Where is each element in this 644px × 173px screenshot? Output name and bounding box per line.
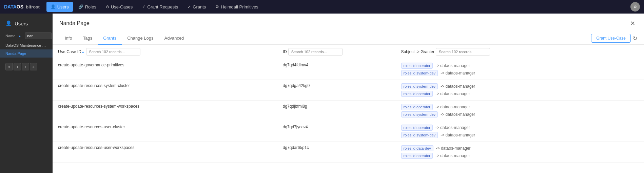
role-tag: roles:id:system-dev xyxy=(401,70,438,76)
cell-subject-granter: roles:id:operator-> dataos-managerroles:… xyxy=(396,59,644,80)
grants-table-container: Use-Case ID ▲ ID xyxy=(53,45,644,173)
sidebar-pagination: « ‹ › » xyxy=(0,60,53,73)
cell-id: dg7qd4fdlmv4 xyxy=(277,59,396,80)
pagination-prev[interactable]: ‹ xyxy=(14,63,21,70)
cell-id: dg7qd7jycav4 xyxy=(277,121,396,142)
sidebar-list: DataOS Maintenance Ma Nanda Page xyxy=(0,41,53,58)
role-tag: roles:id:system-dev xyxy=(401,111,438,117)
nav-item-roles[interactable]: 🔗 Roles xyxy=(74,2,100,12)
role-tag: roles:id:operator xyxy=(401,91,433,97)
nav-label-grant-requests: Grant Requests xyxy=(147,4,178,9)
col-use-case-id: Use-Case ID ▲ xyxy=(53,45,277,59)
role-tag: roles:id:system-dev xyxy=(401,83,438,89)
filter-name-label: Name xyxy=(5,34,15,38)
user-avatar[interactable]: ⚙ xyxy=(630,2,640,12)
cell-use-case-id: create-update-resources-user-cluster xyxy=(53,121,277,142)
cell-use-case-id: create-update-resources-system-workspace… xyxy=(53,101,277,121)
use-cases-icon: ⊙ xyxy=(106,4,109,9)
granter-text: -> dataos-manager xyxy=(435,91,470,96)
subject-search[interactable] xyxy=(436,48,490,56)
sidebar-users-icon: 👤 xyxy=(5,20,12,26)
sort-asc-icon: ▲ xyxy=(81,50,85,54)
cell-use-case-id: create-update-resources-system-cluster xyxy=(53,80,277,101)
granter-text: -> dataos-manager xyxy=(441,71,475,75)
subject-row: roles:id:system-dev-> dataos-manager xyxy=(401,132,639,138)
table-row: create-update-resources-user-workspacesd… xyxy=(53,142,644,163)
role-tag: roles:id:data-dev xyxy=(401,145,433,151)
nav-label-roles: Roles xyxy=(85,4,96,9)
pagination-first[interactable]: « xyxy=(5,63,13,70)
nav-label-heimdall: Heimdall Primitives xyxy=(221,4,258,9)
granter-text: -> dataos-manager xyxy=(441,112,475,117)
tabs-row: Info Tags Grants Change Logs Advanced Gr… xyxy=(53,32,644,45)
cell-subject-granter: roles:id:system-dev-> dataos-managerrole… xyxy=(396,80,644,101)
granter-text: -> dataos-manager xyxy=(441,84,475,89)
nav-item-use-cases[interactable]: ⊙ Use-Cases xyxy=(102,2,137,12)
cell-id: dg7qdga42kg0 xyxy=(277,80,396,101)
nav-item-users[interactable]: 👤 Users xyxy=(46,2,73,12)
nav-label-grants: Grants xyxy=(193,4,206,9)
cell-id: dg7qdar65p1c xyxy=(277,142,396,163)
subject-row: roles:id:data-dev-> dataos-manager xyxy=(401,145,639,151)
pagination-last[interactable]: » xyxy=(30,63,37,70)
main-layout: 👤 Users Name ▲ DataOS Maintenance Ma Nan… xyxy=(0,14,644,173)
sidebar-title: 👤 Users xyxy=(0,18,53,30)
role-tag: roles:id:system-dev xyxy=(401,132,438,138)
cell-use-case-id: create-update-governance-primitives xyxy=(53,59,277,80)
sidebar-item-nanda[interactable]: Nanda Page xyxy=(0,49,53,58)
grant-use-case-button[interactable]: Grant Use-Case xyxy=(591,34,631,43)
cell-subject-granter: roles:id:data-dev-> dataos-managerroles:… xyxy=(396,142,644,163)
grants-table: Use-Case ID ▲ ID xyxy=(53,45,644,163)
nav-item-grant-requests[interactable]: ✓ Grant Requests xyxy=(138,2,182,12)
granter-text: -> dataos-manager xyxy=(435,63,470,68)
use-case-id-search[interactable] xyxy=(86,48,140,56)
tab-info[interactable]: Info xyxy=(59,32,78,45)
modal-title: Nanda Page xyxy=(59,20,90,26)
brand-os: OS xyxy=(17,4,23,9)
col-use-case-id-label: Use-Case ID xyxy=(58,49,81,54)
tab-tags[interactable]: Tags xyxy=(78,32,98,45)
modal-panel: Nanda Page ✕ Info Tags Grants Change Log… xyxy=(53,14,644,173)
subject-row: roles:id:operator-> dataos-manager xyxy=(401,91,639,97)
subject-row: roles:id:operator-> dataos-manager xyxy=(401,63,639,69)
sidebar-item-dataos[interactable]: DataOS Maintenance Ma xyxy=(0,41,53,49)
role-tag: roles:id:operator xyxy=(401,104,433,110)
grant-requests-icon: ✓ xyxy=(142,4,145,9)
sort-asc-icon: ▲ xyxy=(18,34,21,38)
col-id: ID xyxy=(277,45,396,59)
sidebar: 👤 Users Name ▲ DataOS Maintenance Ma Nan… xyxy=(0,14,53,173)
table-row: create-update-resources-system-workspace… xyxy=(53,101,644,121)
pagination-next[interactable]: › xyxy=(22,63,29,70)
table-body: create-update-governance-primitivesdg7qd… xyxy=(53,59,644,163)
nav-item-heimdall[interactable]: ⚙ Heimdall Primitives xyxy=(211,2,262,12)
refresh-button[interactable]: ↻ xyxy=(633,35,637,42)
heimdall-icon: ⚙ xyxy=(215,4,219,9)
tab-advanced[interactable]: Advanced xyxy=(159,32,190,45)
modal-close-button[interactable]: ✕ xyxy=(628,19,637,28)
top-nav: DATAOS _bifrost 👤 Users 🔗 Roles ⊙ Use-Ca… xyxy=(0,0,644,14)
brand-data: DATA xyxy=(4,4,17,9)
tab-grants[interactable]: Grants xyxy=(98,32,122,45)
cell-subject-granter: roles:id:operator-> dataos-managerroles:… xyxy=(396,101,644,121)
brand-rest: _bifrost xyxy=(23,4,40,9)
subject-row: roles:id:system-dev-> dataos-manager xyxy=(401,83,639,89)
nav-label-users: Users xyxy=(57,4,69,9)
granter-text: -> dataos-manager xyxy=(436,146,471,151)
nav-label-use-cases: Use-Cases xyxy=(111,4,133,9)
cell-id: dg7qdjbfml8g xyxy=(277,101,396,121)
granter-text: -> dataos-manager xyxy=(441,133,475,137)
cell-use-case-id: create-update-resources-user-workspaces xyxy=(53,142,277,163)
name-filter-input[interactable] xyxy=(25,33,52,39)
grants-icon: ✓ xyxy=(188,4,191,9)
nav-item-grants[interactable]: ✓ Grants xyxy=(183,2,210,12)
granter-text: -> dataos-manager xyxy=(435,125,470,130)
roles-icon: 🔗 xyxy=(78,4,83,9)
tab-change-logs[interactable]: Change Logs xyxy=(122,32,159,45)
col-id-label: ID xyxy=(283,49,287,54)
granter-text: -> dataos-manager xyxy=(435,153,470,158)
table-row: create-update-resources-user-clusterdg7q… xyxy=(53,121,644,142)
col-subject-granter: Subject -> Granter xyxy=(396,45,644,59)
id-search[interactable] xyxy=(288,48,343,56)
subject-row: roles:id:operator-> dataos-manager xyxy=(401,125,639,131)
granter-text: -> dataos-manager xyxy=(435,105,470,109)
